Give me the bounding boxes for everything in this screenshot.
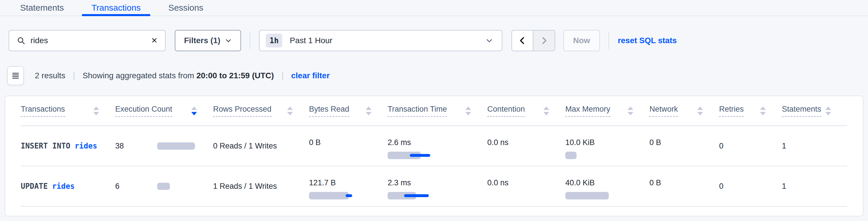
bytes-read-bar xyxy=(309,192,349,199)
rows-processed-cell: 0 Reads / 1 Writes xyxy=(213,126,309,166)
max-memory-cell: 10.0 KiB xyxy=(565,126,649,166)
column-header-network: Network xyxy=(649,105,719,117)
sort-toggle[interactable] xyxy=(822,106,831,116)
tab-transactions[interactable]: Transactions xyxy=(82,0,151,15)
transaction-fingerprint-link[interactable]: rides xyxy=(74,141,97,150)
sort-down-icon xyxy=(544,112,549,116)
column-header-statements: Statements xyxy=(782,105,847,117)
sort-down-icon xyxy=(287,112,293,116)
transaction-time-value: 2.3 ms xyxy=(388,179,411,187)
column-header-execution-count: Execution Count xyxy=(115,105,213,117)
column-header-label[interactable]: Network xyxy=(649,105,678,117)
execution-count-cell: 38 xyxy=(115,126,213,166)
sort-toggle[interactable] xyxy=(624,106,633,116)
sort-toggle[interactable] xyxy=(362,106,372,116)
sort-toggle[interactable] xyxy=(188,106,197,116)
divider: | xyxy=(281,71,284,81)
max-memory-bar xyxy=(565,152,577,159)
sort-toggle[interactable] xyxy=(462,106,471,116)
bytes-read-value: 121.7 B xyxy=(309,179,336,187)
filters-button[interactable]: Filters (1) xyxy=(175,30,241,51)
statement-keyword: UPDATE xyxy=(21,182,48,190)
aggregated-stats-text: Showing aggregated stats from 20:00 to 2… xyxy=(83,71,274,80)
column-header-label[interactable]: Retries xyxy=(719,105,744,117)
column-header-max-memory: Max Memory xyxy=(565,105,649,117)
sort-up-icon xyxy=(93,106,99,110)
statement-keyword: INSERT INTO xyxy=(21,141,70,150)
clear-search-icon[interactable]: ✕ xyxy=(151,37,158,44)
search-icon xyxy=(9,36,31,45)
sort-up-icon xyxy=(465,106,471,110)
aggregated-stats-prefix: Showing aggregated stats from xyxy=(83,71,194,80)
sort-up-icon xyxy=(287,106,293,110)
reset-sql-stats-link[interactable]: reset SQL stats xyxy=(618,36,677,45)
network-value: 0 B xyxy=(649,138,661,147)
next-time-window-button[interactable] xyxy=(533,31,555,51)
column-header-transaction-time: Transaction Time xyxy=(388,105,487,117)
network-cell: 0 B xyxy=(649,166,719,206)
transaction-fingerprint-link[interactable]: rides xyxy=(52,182,74,190)
clear-filter-link[interactable]: clear filter xyxy=(291,71,330,80)
time-range-dropdown[interactable]: 1h Past 1 Hour xyxy=(259,30,502,51)
time-window-pager xyxy=(512,30,555,51)
column-header-transactions: Transactions xyxy=(21,105,115,117)
contention-cell: 0.0 ns xyxy=(487,166,565,206)
sort-toggle[interactable] xyxy=(756,106,766,116)
table-row: UPDATE rides 6 1 Reads / 1 Writes 121.7 … xyxy=(21,166,847,207)
column-header-rows-processed: Rows Processed xyxy=(213,105,309,117)
execution-count-bar xyxy=(157,143,195,150)
sort-toggle[interactable] xyxy=(90,106,99,116)
time-range-label: Past 1 Hour xyxy=(290,36,332,45)
rows-processed-cell: 1 Reads / 1 Writes xyxy=(213,166,309,206)
column-header-label[interactable]: Statements xyxy=(782,105,822,117)
search-box[interactable]: ✕ xyxy=(9,30,165,51)
sort-toggle[interactable] xyxy=(284,106,293,116)
transaction-statement-cell: UPDATE rides xyxy=(21,166,115,206)
chevron-down-icon xyxy=(220,37,232,44)
sort-down-icon xyxy=(627,112,633,116)
divider xyxy=(609,32,609,49)
now-button[interactable]: Now xyxy=(563,30,600,51)
contention-value: 0.0 ns xyxy=(487,179,508,187)
statements-count-cell: 1 xyxy=(782,126,847,166)
sort-down-icon xyxy=(366,112,372,116)
sort-toggle[interactable] xyxy=(540,106,549,116)
divider: | xyxy=(73,71,75,81)
chevron-down-icon xyxy=(486,37,493,44)
sort-toggle[interactable] xyxy=(694,106,703,116)
bytes-read-cell: 0 B xyxy=(309,126,388,166)
execution-count-value: 6 xyxy=(115,182,157,191)
search-input[interactable] xyxy=(31,36,151,45)
results-bar: 2 results | Showing aggregated stats fro… xyxy=(7,66,868,85)
max-memory-value: 10.0 KiB xyxy=(565,138,595,147)
bytes-read-value: 0 B xyxy=(309,138,321,147)
column-header-label[interactable]: Max Memory xyxy=(565,105,610,117)
previous-time-window-button[interactable] xyxy=(512,31,533,51)
table-row: INSERT INTO rides 38 0 Reads / 1 Writes … xyxy=(21,126,847,166)
column-header-label[interactable]: Execution Count xyxy=(115,105,172,117)
column-header-contention: Contention xyxy=(487,105,565,117)
network-cell: 0 B xyxy=(649,126,719,166)
menu-icon xyxy=(11,71,20,80)
sort-up-icon xyxy=(544,106,549,110)
chevron-right-icon xyxy=(540,36,548,45)
retries-cell: 0 xyxy=(719,126,782,166)
sort-up-icon xyxy=(760,106,766,110)
table-header-row: Transactions Execution Count Rows Proces… xyxy=(21,96,847,126)
column-header-label[interactable]: Bytes Read xyxy=(309,105,349,117)
column-header-label[interactable]: Rows Processed xyxy=(213,105,272,117)
execution-count-value: 38 xyxy=(115,141,157,151)
sort-up-icon xyxy=(191,106,197,110)
tab-sessions[interactable]: Sessions xyxy=(158,0,213,15)
column-header-label[interactable]: Transactions xyxy=(21,105,65,117)
column-selector-button[interactable] xyxy=(7,66,24,85)
aggregated-stats-range: 20:00 to 21:59 (UTC) xyxy=(196,71,274,80)
execution-count-bar xyxy=(157,183,170,190)
sort-up-icon xyxy=(697,106,703,110)
column-header-label[interactable]: Transaction Time xyxy=(388,105,447,117)
network-value: 0 B xyxy=(649,179,661,187)
sort-up-icon xyxy=(826,106,831,110)
transactions-table-card: Transactions Execution Count Rows Proces… xyxy=(5,96,863,216)
column-header-label[interactable]: Contention xyxy=(487,105,525,117)
tab-statements[interactable]: Statements xyxy=(10,0,74,15)
